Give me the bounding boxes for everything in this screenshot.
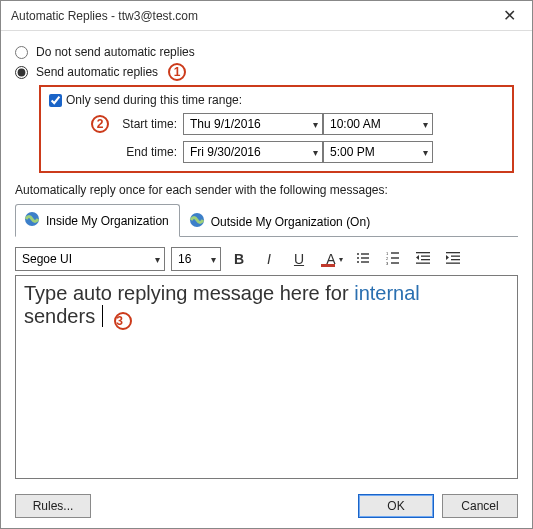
rules-button[interactable]: Rules... — [15, 494, 91, 518]
svg-rect-11 — [391, 257, 399, 258]
editor-text-2: senders — [24, 305, 95, 327]
svg-rect-17 — [416, 262, 430, 263]
cancel-button[interactable]: Cancel — [442, 494, 518, 518]
font-name-value: Segoe UI — [22, 252, 72, 266]
globe-icon — [189, 212, 205, 231]
font-name-combo[interactable]: Segoe UI ▾ — [15, 247, 165, 271]
editor-link-text: internal — [354, 282, 420, 304]
time-grid: 2 Start time: Thu 9/1/2016 ▾ 10:00 AM ▾ … — [85, 113, 504, 163]
only-send-checkbox[interactable] — [49, 94, 62, 107]
chevron-down-icon: ▾ — [313, 119, 318, 130]
bullet-list-icon — [356, 251, 370, 268]
underline-icon: U — [294, 251, 304, 267]
italic-icon: I — [267, 251, 271, 267]
end-date-combo[interactable]: Fri 9/30/2016 ▾ — [183, 141, 323, 163]
start-time-combo[interactable]: 10:00 AM ▾ — [323, 113, 433, 135]
end-date-value: Fri 9/30/2016 — [190, 145, 261, 159]
svg-rect-18 — [446, 252, 460, 253]
svg-rect-14 — [416, 252, 430, 253]
callout-3: 3 — [114, 312, 132, 330]
only-send-label: Only send during this time range: — [66, 93, 242, 107]
close-button[interactable]: ✕ — [488, 2, 530, 30]
start-date-combo[interactable]: Thu 9/1/2016 ▾ — [183, 113, 323, 135]
tab-outside-label: Outside My Organization (On) — [211, 215, 370, 229]
bold-icon: B — [234, 251, 244, 267]
svg-rect-9 — [391, 252, 399, 253]
time-range-box: Only send during this time range: 2 Star… — [39, 85, 514, 173]
radio-send-input[interactable] — [15, 66, 28, 79]
number-list-button[interactable]: 123 — [381, 247, 405, 271]
radio-do-not-send-label: Do not send automatic replies — [36, 45, 195, 59]
radio-send-label: Send automatic replies — [36, 65, 158, 79]
svg-rect-20 — [451, 259, 460, 260]
end-time-combo[interactable]: 5:00 PM ▾ — [323, 141, 433, 163]
editor-text-1: Type auto replying message here for — [24, 282, 354, 304]
outdent-icon — [416, 251, 430, 268]
start-time-value: 10:00 AM — [330, 117, 381, 131]
format-toolbar: Segoe UI ▾ 16 ▾ B I U A ▾ 123 — [15, 247, 518, 271]
title-bar: Automatic Replies - ttw3@test.com ✕ — [1, 1, 532, 31]
number-list-icon: 123 — [386, 251, 400, 268]
start-date-value: Thu 9/1/2016 — [190, 117, 261, 131]
chevron-down-icon: ▾ — [211, 254, 216, 265]
svg-rect-15 — [421, 255, 430, 256]
font-color-button[interactable]: A ▾ — [317, 247, 345, 271]
svg-point-6 — [357, 261, 359, 263]
message-editor[interactable]: Type auto replying message here for inte… — [15, 275, 518, 479]
indent-icon — [446, 251, 460, 268]
dialog-body: Do not send automatic replies Send autom… — [1, 31, 532, 485]
svg-text:3: 3 — [386, 261, 389, 265]
outdent-button[interactable] — [411, 247, 435, 271]
only-send-checkbox-row[interactable]: Only send during this time range: — [49, 93, 504, 107]
tab-outside-org[interactable]: Outside My Organization (On) — [180, 205, 381, 237]
font-color-bar — [321, 264, 335, 267]
callout-2: 2 — [91, 115, 109, 133]
window-title: Automatic Replies - ttw3@test.com — [11, 9, 198, 23]
radio-do-not-send-input[interactable] — [15, 46, 28, 59]
bullet-list-button[interactable] — [351, 247, 375, 271]
svg-rect-5 — [361, 257, 369, 258]
dialog-footer: Rules... OK Cancel — [15, 494, 518, 518]
bold-button[interactable]: B — [227, 247, 251, 271]
radio-send[interactable]: Send automatic replies 1 — [15, 63, 518, 81]
svg-rect-3 — [361, 253, 369, 254]
radio-do-not-send[interactable]: Do not send automatic replies — [15, 45, 518, 59]
close-icon: ✕ — [503, 6, 516, 25]
svg-rect-13 — [391, 262, 399, 263]
svg-point-4 — [357, 257, 359, 259]
start-time-label: Start time: — [113, 117, 183, 131]
svg-rect-19 — [451, 255, 460, 256]
automatic-replies-dialog: Automatic Replies - ttw3@test.com ✕ Do n… — [0, 0, 533, 529]
svg-point-2 — [357, 253, 359, 255]
svg-rect-7 — [361, 261, 369, 262]
svg-rect-21 — [446, 262, 460, 263]
font-size-combo[interactable]: 16 ▾ — [171, 247, 221, 271]
underline-button[interactable]: U — [287, 247, 311, 271]
svg-rect-16 — [421, 259, 430, 260]
font-size-value: 16 — [178, 252, 191, 266]
chevron-down-icon: ▾ — [423, 147, 428, 158]
chevron-down-icon: ▾ — [155, 254, 160, 265]
globe-icon — [24, 211, 40, 230]
chevron-down-icon: ▾ — [339, 255, 343, 264]
italic-button[interactable]: I — [257, 247, 281, 271]
callout-1: 1 — [168, 63, 186, 81]
text-caret — [96, 305, 103, 327]
tab-inside-org[interactable]: Inside My Organization — [15, 204, 180, 237]
chevron-down-icon: ▾ — [313, 147, 318, 158]
chevron-down-icon: ▾ — [423, 119, 428, 130]
ok-button[interactable]: OK — [358, 494, 434, 518]
tab-inside-label: Inside My Organization — [46, 214, 169, 228]
tab-strip: Inside My Organization Outside My Organi… — [15, 203, 518, 237]
end-time-value: 5:00 PM — [330, 145, 375, 159]
indent-button[interactable] — [441, 247, 465, 271]
instruction-text: Automatically reply once for each sender… — [15, 183, 518, 197]
end-time-label: End time: — [113, 145, 183, 159]
